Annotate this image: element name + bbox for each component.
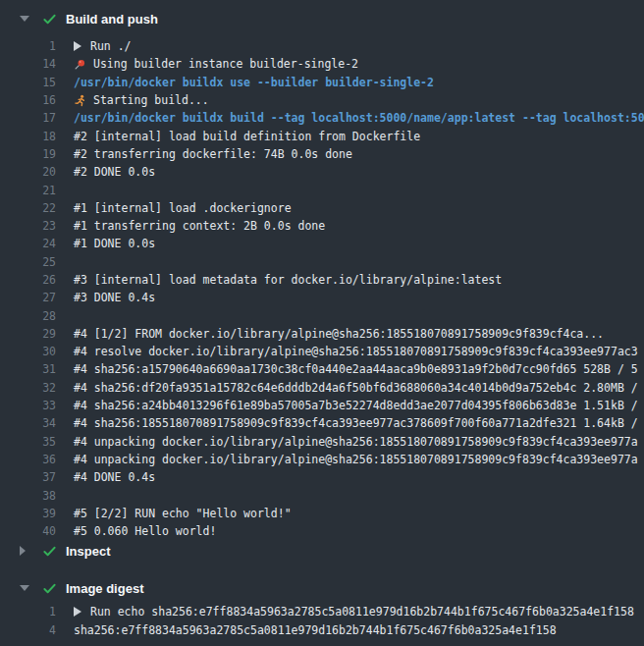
log-text-content: #4 sha256:df20fa9351a15782c64e6dddb2d4a6… (74, 381, 638, 395)
log-line: 17/usr/bin/docker buildx build --tag loc… (0, 109, 644, 127)
log-text: #4 sha256:185518070891758909c9f839cf4ca3… (74, 416, 638, 430)
line-number[interactable]: 14 (0, 57, 56, 71)
log-text: #1 [internal] load .dockerignore (74, 201, 292, 215)
log-line: 34#4 sha256:185518070891758909c9f839cf4c… (0, 414, 644, 432)
log-text-content: #1 [internal] load .dockerignore (74, 201, 292, 215)
log-text-content: #3 [internal] load metadata for docker.i… (74, 273, 502, 287)
log-line: 39#5 [2/2] RUN echo "Hello world!" (0, 505, 644, 522)
line-number[interactable]: 23 (0, 219, 56, 233)
log-text-content: /usr/bin/docker buildx build --tag local… (74, 111, 644, 125)
run-expand-icon[interactable] (74, 41, 81, 51)
log-lines-image-digest: 1Run echo sha256:e7ff8834a5963a2785c5a08… (0, 603, 644, 639)
line-number[interactable]: 28 (0, 309, 56, 323)
log-text: #1 transferring context: 2B 0.0s done (74, 219, 325, 233)
log-text-content: #3 DONE 0.4s (74, 291, 155, 304)
chevron-right-icon[interactable] (20, 546, 29, 556)
log-text-content: /usr/bin/docker buildx use --builder bui… (74, 76, 434, 89)
log-text-content: Starting build... (93, 93, 209, 107)
line-number[interactable]: 1 (0, 605, 56, 619)
line-number[interactable]: 40 (0, 524, 56, 538)
log-text-content: #4 resolve docker.io/library/alpine@sha2… (74, 345, 638, 358)
line-number[interactable]: 24 (0, 237, 56, 250)
line-number[interactable]: 15 (0, 76, 56, 89)
log-text: #4 sha256:a15790640a6690aa1730c38cf0a440… (74, 362, 638, 376)
line-number[interactable]: 21 (0, 184, 56, 197)
log-text: #1 DONE 0.0s (74, 237, 155, 250)
line-number[interactable]: 20 (0, 165, 56, 179)
line-number[interactable]: 35 (0, 435, 56, 449)
line-number[interactable]: 26 (0, 273, 56, 287)
log-text: #4 unpacking docker.io/library/alpine@sh… (74, 435, 638, 449)
log-text-content: #4 [1/2] FROM docker.io/library/alpine@s… (74, 327, 604, 341)
section-header-inspect[interactable]: Inspect (0, 540, 644, 562)
log-line: 4sha256:e7ff8834a5963a2785c5a0811e979d16… (0, 621, 644, 639)
line-number[interactable]: 19 (0, 147, 56, 161)
chevron-down-icon[interactable] (20, 585, 29, 591)
log-text: Using builder instance builder-single-2 (74, 57, 358, 71)
line-number[interactable]: 37 (0, 470, 56, 484)
log-text: /usr/bin/docker buildx build --tag local… (74, 111, 644, 125)
chevron-down-icon[interactable] (20, 16, 29, 22)
log-text: #2 DONE 0.0s (74, 165, 155, 179)
log-line: 1Run echo sha256:e7ff8834a5963a2785c5a08… (0, 603, 644, 620)
log-line: 37#4 DONE 0.4s (0, 468, 644, 486)
log-line: 33#4 sha256:a24bb4013296f61e89ba57005a7b… (0, 397, 644, 414)
log-text-content: sha256:e7ff8834a5963a2785c5a0811e979d16b… (74, 623, 557, 637)
log-line: 31#4 sha256:a15790640a6690aa1730c38cf0a4… (0, 360, 644, 378)
log-line: 23#1 transferring context: 2B 0.0s done (0, 217, 644, 235)
log-text-content: #4 unpacking docker.io/library/alpine@sh… (74, 435, 638, 449)
check-icon (42, 544, 57, 559)
line-number[interactable]: 39 (0, 507, 56, 520)
log-text: #4 sha256:df20fa9351a15782c64e6dddb2d4a6… (74, 381, 638, 395)
line-number[interactable]: 34 (0, 416, 56, 430)
line-number[interactable]: 16 (0, 93, 56, 107)
log-lines-build-and-push: 1Run ./14Using builder instance builder-… (0, 37, 644, 540)
log-line: 30#4 resolve docker.io/library/alpine@sh… (0, 343, 644, 360)
section-header-image-digest[interactable]: Image digest (0, 577, 644, 599)
log-line: 32#4 sha256:df20fa9351a15782c64e6dddb2d4… (0, 379, 644, 397)
log-text-content: #4 sha256:185518070891758909c9f839cf4ca3… (74, 416, 638, 430)
log-line: 20#2 DONE 0.0s (0, 163, 644, 181)
log-line: 38 (0, 486, 644, 504)
log-line: 29#4 [1/2] FROM docker.io/library/alpine… (0, 325, 644, 343)
line-number[interactable]: 18 (0, 130, 56, 143)
log-text: #4 unpacking docker.io/library/alpine@sh… (74, 453, 638, 466)
log-text-content: #1 DONE 0.0s (74, 237, 155, 250)
line-number[interactable]: 22 (0, 201, 56, 215)
line-number[interactable]: 27 (0, 291, 56, 304)
log-text: #4 resolve docker.io/library/alpine@sha2… (74, 345, 638, 358)
log-line: 27#3 DONE 0.4s (0, 289, 644, 306)
line-number[interactable]: 33 (0, 399, 56, 412)
line-number[interactable]: 30 (0, 345, 56, 358)
runner-emoji-icon (74, 94, 86, 107)
section-header-build-and-push[interactable]: Build and push (0, 8, 644, 29)
log-line: 28 (0, 306, 644, 324)
log-text: sha256:e7ff8834a5963a2785c5a0811e979d16b… (74, 623, 557, 637)
log-line: 16Starting build... (0, 91, 644, 109)
log-line: 25 (0, 253, 644, 271)
line-number[interactable]: 1 (0, 39, 56, 53)
log-text-content: #4 sha256:a15790640a6690aa1730c38cf0a440… (74, 362, 638, 376)
log-text: Starting build... (74, 93, 209, 107)
line-number[interactable]: 29 (0, 327, 56, 341)
line-number[interactable]: 38 (0, 489, 56, 503)
log-text: #2 [internal] load build definition from… (74, 130, 420, 143)
log-line: 19#2 transferring dockerfile: 74B 0.0s d… (0, 145, 644, 163)
log-line: 36#4 unpacking docker.io/library/alpine@… (0, 451, 644, 468)
line-number[interactable]: 31 (0, 362, 56, 376)
run-expand-icon[interactable] (74, 607, 81, 617)
line-number[interactable]: 32 (0, 381, 56, 395)
line-number[interactable]: 25 (0, 255, 56, 269)
line-number[interactable]: 17 (0, 111, 56, 125)
log-text: /usr/bin/docker buildx use --builder bui… (74, 76, 434, 89)
log-text: #3 [internal] load metadata for docker.i… (74, 273, 502, 287)
log-text-content: Run echo sha256:e7ff8834a5963a2785c5a081… (90, 605, 634, 619)
log-line: 1Run ./ (0, 37, 644, 55)
line-number[interactable]: 36 (0, 453, 56, 466)
log-line: 15/usr/bin/docker buildx use --builder b… (0, 74, 644, 91)
log-text: #5 [2/2] RUN echo "Hello world!" (74, 507, 292, 520)
log-text-content: #1 transferring context: 2B 0.0s done (74, 219, 325, 233)
log-line: 26#3 [internal] load metadata for docker… (0, 271, 644, 289)
line-number[interactable]: 4 (0, 623, 56, 637)
log-line: 35#4 unpacking docker.io/library/alpine@… (0, 433, 644, 451)
